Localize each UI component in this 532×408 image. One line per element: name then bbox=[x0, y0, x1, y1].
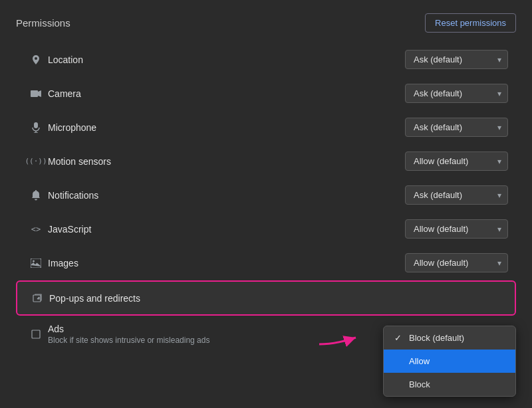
javascript-icon: <> bbox=[24, 225, 48, 234]
check-icon: ✓ bbox=[394, 333, 404, 343]
permission-row-camera: Camera Ask (default) Allow Block bbox=[16, 77, 516, 110]
svg-rect-5 bbox=[31, 258, 41, 268]
svg-rect-8 bbox=[32, 330, 40, 338]
motion-sensors-label: Motion sensors bbox=[48, 156, 405, 167]
dropdown-item-allow[interactable]: Allow bbox=[384, 350, 515, 373]
popups-dropdown: ✓ Block (default) Allow Block bbox=[383, 326, 516, 397]
permission-row-motion-sensors: ((·)) Motion sensors Allow (default) Ask… bbox=[16, 145, 516, 177]
location-select[interactable]: Ask (default) Allow Block bbox=[405, 50, 508, 69]
svg-rect-0 bbox=[31, 90, 38, 97]
dropdown-item-label: Allow bbox=[409, 356, 430, 366]
motion-sensors-select-container: Allow (default) Ask Block bbox=[405, 152, 508, 171]
images-label: Images bbox=[48, 258, 405, 268]
permission-row-images: Images Allow (default) Block bbox=[16, 247, 516, 279]
camera-select[interactable]: Ask (default) Allow Block bbox=[405, 84, 508, 103]
location-icon bbox=[24, 54, 48, 65]
location-label: Location bbox=[48, 54, 405, 65]
notifications-label: Notifications bbox=[48, 190, 405, 201]
permission-row-location: Location Ask (default) Allow Block bbox=[16, 43, 516, 76]
notifications-icon bbox=[24, 190, 48, 201]
page-title: Permissions bbox=[16, 17, 70, 29]
motion-sensors-icon: ((·)) bbox=[24, 157, 48, 165]
permission-row-microphone: Microphone Ask (default) Allow Block bbox=[16, 111, 516, 144]
camera-icon bbox=[24, 90, 48, 98]
camera-label: Camera bbox=[48, 88, 405, 99]
popups-label: Pop-ups and redirects bbox=[49, 293, 404, 304]
svg-rect-2 bbox=[34, 122, 38, 128]
dropdown-item-block[interactable]: Block bbox=[384, 373, 515, 396]
reset-permissions-button[interactable]: Reset permissions bbox=[425, 13, 516, 33]
location-select-container: Ask (default) Allow Block bbox=[405, 50, 508, 69]
notifications-select[interactable]: Ask (default) Allow Block bbox=[405, 185, 508, 205]
javascript-select[interactable]: Allow (default) Block bbox=[405, 219, 508, 239]
microphone-select[interactable]: Ask (default) Allow Block bbox=[405, 118, 508, 137]
permissions-page: Permissions Reset permissions Location A… bbox=[0, 0, 532, 366]
dropdown-item-label: Block (default) bbox=[409, 333, 464, 343]
images-icon bbox=[24, 258, 48, 268]
javascript-select-container: Allow (default) Block bbox=[405, 219, 508, 239]
ads-icon bbox=[24, 330, 48, 339]
svg-marker-1 bbox=[38, 90, 41, 97]
microphone-icon bbox=[24, 122, 48, 133]
permission-row-javascript: <> JavaScript Allow (default) Block bbox=[16, 213, 516, 245]
microphone-label: Microphone bbox=[48, 122, 405, 133]
microphone-select-container: Ask (default) Allow Block bbox=[405, 118, 508, 137]
images-select[interactable]: Allow (default) Block bbox=[405, 253, 508, 272]
notifications-select-container: Ask (default) Allow Block bbox=[405, 185, 508, 205]
popups-icon bbox=[25, 293, 49, 303]
permission-row-popups: Pop-ups and redirects Block (default) Al… bbox=[16, 280, 516, 316]
dropdown-item-label: Block bbox=[409, 379, 430, 389]
permission-row-notifications: Notifications Ask (default) Allow Block bbox=[16, 179, 516, 211]
images-select-container: Allow (default) Block bbox=[405, 253, 508, 272]
camera-select-container: Ask (default) Allow Block bbox=[405, 84, 508, 103]
dropdown-item-block-default[interactable]: ✓ Block (default) bbox=[384, 326, 515, 350]
header: Permissions Reset permissions bbox=[16, 13, 516, 33]
motion-sensors-select[interactable]: Allow (default) Ask Block bbox=[405, 152, 508, 171]
svg-point-6 bbox=[33, 260, 35, 262]
javascript-label: JavaScript bbox=[48, 224, 405, 235]
